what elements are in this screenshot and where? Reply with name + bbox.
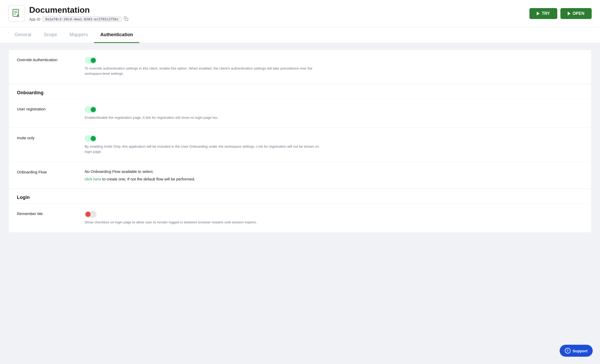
user-registration-row: User registration Enable/disable the reg… (9, 99, 591, 128)
tab-authentication[interactable]: Authentication (94, 27, 139, 43)
remember-me-track (85, 211, 97, 218)
tab-general[interactable]: General (8, 27, 38, 43)
onboarding-section-header: Onboarding (9, 84, 591, 96)
user-registration-track (85, 106, 97, 113)
user-registration-description: Enable/disable the registration page. A … (85, 115, 319, 120)
override-auth-toggle[interactable] (85, 57, 97, 64)
open-button[interactable]: OPEN (560, 8, 592, 19)
remember-me-thumb (85, 212, 91, 217)
try-play-icon (537, 12, 540, 15)
remember-me-row: Remember Me Show checkbox on login page … (9, 204, 591, 232)
override-auth-label: Override Authentication (17, 57, 85, 62)
invite-only-control: By enabling Invite Only, this applicatio… (85, 135, 583, 155)
invite-only-row: Invite only By enabling Invite Only, thi… (9, 128, 591, 162)
remember-me-control: Show checkbox on login page to allow use… (85, 211, 583, 225)
onboarding-flow-control: No Onboarding Flow available to select. … (85, 169, 583, 181)
remember-me-toggle[interactable] (85, 211, 97, 218)
app-title: Documentation (29, 5, 128, 15)
remember-me-label: Remember Me (17, 211, 85, 216)
override-auth-thumb (91, 58, 96, 63)
support-button[interactable]: ? Support (560, 345, 593, 357)
app-id-row: App ID 9a1e78c3-29cd-4ea1-8383-ec3792c27… (29, 16, 128, 22)
login-header-label: Login (17, 195, 583, 200)
login-section-header: Login (9, 189, 591, 200)
tab-scope[interactable]: Scope (38, 27, 63, 43)
support-icon: ? (565, 348, 571, 354)
app-icon (8, 5, 25, 22)
click-here-link[interactable]: click here (85, 177, 101, 181)
header: Documentation App ID 9a1e78c3-29cd-4ea1-… (0, 0, 600, 27)
app-id-label: App ID (29, 17, 40, 21)
user-registration-thumb (91, 107, 96, 112)
invite-only-track (85, 135, 97, 142)
override-auth-control: To override authentication settings in t… (85, 57, 583, 77)
user-registration-toggle-wrapper (85, 106, 583, 113)
invite-only-label: Invite only (17, 135, 85, 140)
onboarding-header-label: Onboarding (17, 90, 583, 96)
invite-only-description: By enabling Invite Only, this applicatio… (85, 144, 319, 155)
invite-only-toggle[interactable] (85, 135, 97, 142)
svg-rect-4 (125, 18, 128, 21)
support-label: Support (573, 349, 588, 353)
tabs-bar: General Scope Mappers Authentication (0, 27, 600, 43)
try-label: TRY (542, 11, 550, 16)
copy-icon[interactable] (124, 16, 128, 22)
settings-card: Override Authentication To override auth… (8, 49, 592, 233)
app-id-value: 9a1e78c3-29cd-4ea1-8383-ec3792c275bc (42, 16, 122, 22)
override-auth-description: To override authentication settings in t… (85, 66, 319, 77)
tab-mappers[interactable]: Mappers (63, 27, 94, 43)
flow-subtext: click here to create one; If not the def… (85, 177, 583, 181)
header-actions: TRY OPEN (529, 8, 592, 19)
open-label: OPEN (573, 11, 584, 16)
open-play-icon (568, 12, 571, 15)
invite-only-thumb (91, 136, 96, 141)
onboarding-flow-label: Onboarding Flow (17, 169, 85, 174)
main-content: Override Authentication To override auth… (0, 43, 600, 239)
override-auth-track (85, 57, 97, 64)
user-registration-control: Enable/disable the registration page. A … (85, 106, 583, 120)
flow-suffix: to create one; If not the default flow w… (101, 177, 195, 181)
no-flow-text: No Onboarding Flow available to select. (85, 169, 583, 174)
override-auth-toggle-wrapper (85, 57, 583, 64)
remember-me-toggle-wrapper (85, 211, 583, 218)
try-button[interactable]: TRY (529, 8, 557, 19)
override-authentication-row: Override Authentication To override auth… (9, 50, 591, 84)
user-registration-toggle[interactable] (85, 106, 97, 113)
header-title-block: Documentation App ID 9a1e78c3-29cd-4ea1-… (29, 5, 128, 22)
onboarding-flow-row: Onboarding Flow No Onboarding Flow avail… (9, 162, 591, 189)
header-left: Documentation App ID 9a1e78c3-29cd-4ea1-… (8, 5, 128, 22)
user-registration-label: User registration (17, 106, 85, 111)
remember-me-description: Show checkbox on login page to allow use… (85, 220, 319, 225)
invite-only-toggle-wrapper (85, 135, 583, 142)
